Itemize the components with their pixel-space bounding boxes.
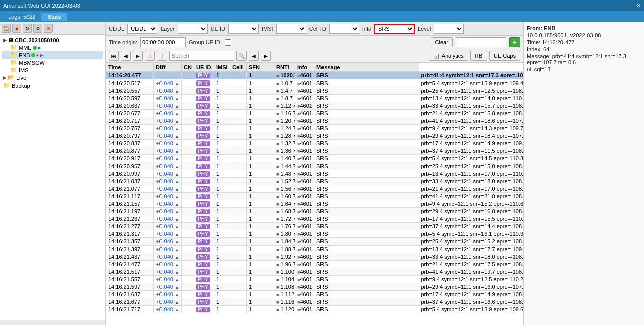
log-table-container[interactable]: Time Diff CN UE ID IMSI Cell SFN RNTI In… xyxy=(106,63,523,325)
table-row[interactable]: 14:16:20.997+0.040 ▲PHY11■ 1.48.7■4601SR… xyxy=(106,170,523,178)
table-row[interactable]: 14:16:21.557+0.040 ▲PHY11■ 1.104.7■4601S… xyxy=(106,276,523,283)
cell-message: prb=9:4 symb=12:1 snr=14.3 epre=-109.7 t… xyxy=(419,125,523,132)
table-row[interactable]: 14:16:21.277+0.040 ▲PHY11■ 1.76.7■4601SR… xyxy=(106,223,523,230)
cell-phy: PHY xyxy=(194,215,214,223)
table-row[interactable]: 14:16:20.957+0.040 ▲PHY11■ 1.44.7■4601SR… xyxy=(106,162,523,170)
analytics-button[interactable]: 📊 Analytics xyxy=(429,51,468,61)
tree-enb[interactable]: 📁 ENB ● ▶ xyxy=(2,51,103,59)
cell-sfn: ■ 1.72.7 xyxy=(274,215,295,223)
ueid-select[interactable] xyxy=(228,24,259,34)
cell-message: prb=17:4 symb=12:1 snr=15.5 epre=-110.0 … xyxy=(419,215,523,223)
cell-sfn: ■ 1.52.7 xyxy=(274,178,295,185)
nav-first-icon[interactable]: ⏮ xyxy=(109,51,119,61)
nav-next-icon[interactable]: ▶ xyxy=(133,51,143,61)
cell-rnti: ■4601 xyxy=(295,125,314,132)
cell-time: 14:16:20.837 xyxy=(106,140,154,147)
table-row[interactable]: 14:16:21.317+0.040 ▲PHY11■ 1.80.7■4601SR… xyxy=(106,230,523,238)
table-row[interactable]: 14:16:21.117+0.040 ▲PHY11■ 1.60.7■4601SR… xyxy=(106,193,523,200)
sidebar-stop-icon[interactable]: ■ xyxy=(12,24,21,33)
table-row[interactable]: 14:16:21.077+0.040 ▲PHY11■ 1.56.7■4601SR… xyxy=(106,185,523,193)
table-row[interactable]: 14:16:21.517+0.040 ▲PHY11■ 1.100.7■4601S… xyxy=(106,268,523,276)
table-row[interactable]: 14:16:21.357+0.040 ▲PHY11■ 1.84.7■4601SR… xyxy=(106,238,523,246)
time-origin-input[interactable] xyxy=(140,37,186,47)
nav-error-icon[interactable]: ! xyxy=(157,51,167,61)
layer-select[interactable]: PHYMAC xyxy=(178,24,208,34)
uldl-select[interactable]: UL/DLULDL xyxy=(127,24,157,34)
table-row[interactable]: 14:16:20.517+0.040 ▲PHY11■ 1.0.7■4601SRS… xyxy=(106,79,523,87)
ue-caps-button[interactable]: UE Caps xyxy=(489,51,520,61)
close-icon[interactable]: ✕ xyxy=(636,3,641,9)
cell-message: prb=41:4 symb=12:1 snr=19.7 epre=-108.4 … xyxy=(419,268,523,276)
cell-message: prb=25:4 symb=12:1 snr=15.2 epre=-108.9 … xyxy=(419,238,523,246)
group-ue-checkbox[interactable] xyxy=(225,39,231,46)
cell-time: 14:16:20.717 xyxy=(106,117,154,125)
table-row[interactable]: 14:16:21.597+0.040 ▲PHY11■ 1.108.7■4601S… xyxy=(106,283,523,291)
table-row[interactable]: 14:16:20.757+0.040 ▲PHY11■ 1.24.7■4601SR… xyxy=(106,125,523,132)
nav-prev-icon[interactable]: ◀ xyxy=(121,51,131,61)
mme-play-icon[interactable]: ▶ xyxy=(38,45,41,50)
cell-ueid: 1 xyxy=(214,268,230,276)
table-row[interactable]: 14:16:21.197+0.040 ▲PHY11■ 1.68.7■4601SR… xyxy=(106,208,523,215)
table-row[interactable]: 14:16:20.557+0.040 ▲PHY11■ 1.4.7■4601SRS… xyxy=(106,87,523,95)
sidebar-scrollbar[interactable] xyxy=(0,320,105,325)
tree-mme[interactable]: 📁 MME ▶ xyxy=(2,44,103,51)
tree-ims[interactable]: 📁 IMS xyxy=(2,66,103,74)
search-prev-icon[interactable]: ◀ xyxy=(249,51,259,61)
filter-extra-input[interactable] xyxy=(456,37,506,47)
cell-message: prb=41:4 symb=12:1 snr=18.6 epre=-107.0 … xyxy=(419,117,523,125)
cellid-select[interactable] xyxy=(329,24,359,34)
table-row[interactable]: 14:16:20.837+0.040 ▲PHY11■ 1.32.7■4601SR… xyxy=(106,140,523,147)
table-row[interactable]: 14:16:20.477PHY11■ 1020.7■4601SRSprb=41:… xyxy=(106,72,523,79)
tab-stats[interactable]: Stats xyxy=(41,13,67,21)
add-filter-button[interactable]: + xyxy=(509,37,520,47)
enb-play-icon[interactable]: ▶ xyxy=(40,53,43,58)
table-row[interactable]: 14:16:21.037+0.040 ▲PHY11■ 1.52.7■4601SR… xyxy=(106,178,523,185)
cell-phy: PHY xyxy=(194,102,214,110)
sidebar-home-icon[interactable]: 🏠 xyxy=(2,24,11,33)
table-row[interactable]: 14:16:21.237+0.040 ▲PHY11■ 1.72.7■4601SR… xyxy=(106,215,523,223)
cell-cell: 1 xyxy=(247,170,274,178)
table-row[interactable]: 14:16:21.637+0.040 ▲PHY11■ 1.112.7■4601S… xyxy=(106,291,523,298)
table-row[interactable]: 14:16:21.157+0.040 ▲PHY11■ 1.64.7■4601SR… xyxy=(106,200,523,208)
sidebar-close-icon[interactable]: ✕ xyxy=(44,24,53,33)
clear-button[interactable]: Clear xyxy=(431,37,453,47)
table-row[interactable]: 14:16:20.797+0.040 ▲PHY11■ 1.28.7■4601SR… xyxy=(106,132,523,140)
tree-backup[interactable]: 📁 Backup xyxy=(2,82,103,89)
tree-live[interactable]: ▶ 📂 Live xyxy=(2,74,103,82)
cell-ueid: 1 xyxy=(214,155,230,162)
nav-warn-icon[interactable]: ⚠ xyxy=(145,51,155,61)
cell-cn xyxy=(182,253,194,261)
cell-rnti: ■4601 xyxy=(295,132,314,140)
table-row[interactable]: 14:16:20.877+0.040 ▲PHY11■ 1.36.7■4601SR… xyxy=(106,147,523,155)
tree-mbmsgw[interactable]: 📁 MBMSGW xyxy=(2,59,103,66)
table-row[interactable]: 14:16:21.437+0.040 ▲PHY11■ 1.92.7■4601SR… xyxy=(106,253,523,261)
search-next-icon[interactable]: ▶ xyxy=(261,51,271,61)
cell-diff: +0.040 ▲ xyxy=(154,253,182,261)
table-row[interactable]: 14:16:21.477+0.040 ▲PHY11■ 1.96.7■4601SR… xyxy=(106,261,523,268)
table-row[interactable]: 14:16:20.597+0.040 ▲PHY11■ 1.8.7■4601SRS… xyxy=(106,95,523,102)
search-icon[interactable]: 🔍 xyxy=(236,51,247,61)
table-row[interactable]: 14:16:21.717+0.040 ▲PHY11■ 1.120.7■4601S… xyxy=(106,306,523,313)
cell-cell: 1 xyxy=(247,102,274,110)
sidebar-settings-icon[interactable]: ⚙ xyxy=(33,24,42,33)
search-input[interactable] xyxy=(169,51,234,61)
tree-ims-label: IMS xyxy=(19,67,29,73)
level-select[interactable] xyxy=(434,24,464,34)
cell-phy: PHY xyxy=(194,283,214,291)
imsi-select[interactable] xyxy=(276,24,306,34)
table-row[interactable]: 14:16:21.677+0.040 ▲PHY11■ 1.116.7■4601S… xyxy=(106,298,523,306)
info-select[interactable]: SRSPUSCHPDSCH xyxy=(374,24,415,34)
cell-cell: 1 xyxy=(247,268,274,276)
cell-cell: 1 xyxy=(247,298,274,306)
table-row[interactable]: 14:16:20.677+0.040 ▲PHY11■ 1.16.7■4601SR… xyxy=(106,110,523,117)
detail-index: Index: 64 xyxy=(527,46,641,52)
tab-logs[interactable]: Logs: 5022 xyxy=(2,13,41,21)
table-row[interactable]: 14:16:20.917+0.040 ▲PHY11■ 1.40.7■4601SR… xyxy=(106,155,523,162)
sidebar-refresh-icon[interactable]: ↻ xyxy=(23,24,32,33)
tree-root[interactable]: ▶ 🖥 CBC-2021050100 xyxy=(2,37,103,44)
table-row[interactable]: 14:16:20.717+0.040 ▲PHY11■ 1.20.7■4601SR… xyxy=(106,117,523,125)
table-row[interactable]: 14:16:20.637+0.040 ▲PHY11■ 1.12.7■4601SR… xyxy=(106,102,523,110)
tree-mbmsgw-label: MBMSGW xyxy=(19,60,45,66)
rb-button[interactable]: RB xyxy=(470,51,487,61)
table-row[interactable]: 14:16:21.397+0.040 ▲PHY11■ 1.88.7■4601SR… xyxy=(106,246,523,253)
